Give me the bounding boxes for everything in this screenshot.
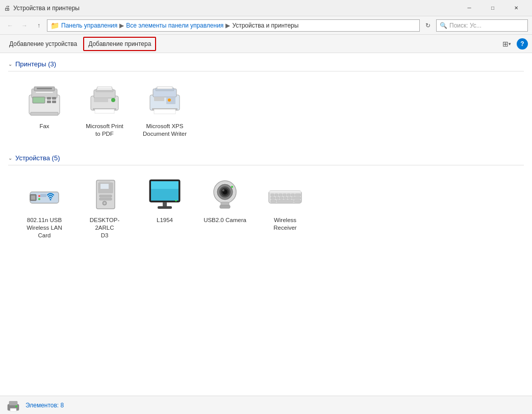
svg-rect-28: [154, 97, 164, 101]
webcam-icon: [207, 177, 243, 213]
svg-rect-3: [37, 88, 52, 89]
fax-icon: [26, 83, 63, 119]
svg-rect-58: [220, 205, 230, 208]
svg-rect-74: [292, 197, 300, 199]
svg-rect-23: [157, 87, 172, 89]
svg-rect-69: [271, 197, 275, 199]
svg-rect-63: [275, 194, 278, 196]
add-device-button[interactable]: Добавление устройства: [4, 37, 82, 51]
device-item-fax[interactable]: Fax: [16, 78, 72, 143]
svg-rect-39: [99, 198, 112, 200]
svg-rect-6: [52, 97, 56, 100]
svg-rect-72: [284, 197, 287, 199]
svg-rect-64: [279, 194, 282, 196]
device-item-monitor[interactable]: L1954: [137, 172, 193, 245]
svg-rect-42: [99, 181, 110, 182]
address-bar: ← → ↑ 📁 Панель управления ▶ Все элементы…: [0, 16, 532, 35]
device-label-usb-wifi: 802.11n USB Wireless LAN Card: [27, 216, 62, 239]
refresh-button[interactable]: ↻: [422, 19, 434, 32]
svg-rect-76: [277, 200, 293, 202]
add-printer-button[interactable]: Добавление принтера: [83, 37, 156, 51]
breadcrumb-current: Устройства и принтеры: [232, 22, 298, 29]
svg-rect-75: [271, 200, 276, 202]
up-button[interactable]: ↑: [33, 19, 45, 32]
title-bar-controls: ─ □ ✕: [458, 0, 528, 16]
back-button[interactable]: ←: [4, 19, 16, 32]
window-title: Устройства и принтеры: [13, 5, 80, 12]
devices-chevron-icon: ⌄: [8, 155, 12, 161]
svg-rect-71: [280, 197, 283, 199]
device-label-pdf: Microsoft Print to PDF: [86, 123, 123, 138]
svg-point-34: [50, 199, 52, 200]
device-label-wireless-receiver: Wireless Receiver: [262, 216, 308, 232]
app-icon: 🖨: [4, 5, 10, 12]
svg-point-33: [38, 198, 40, 200]
device-item-desktop[interactable]: DESKTOP-2ARLC D3: [77, 172, 133, 245]
status-count: Элементов: 8: [26, 402, 64, 409]
device-item-wireless-receiver[interactable]: Wireless Receiver: [257, 172, 313, 245]
path-folder-icon: 📁: [50, 21, 59, 30]
view-toggle-button[interactable]: ⊞ ▾: [499, 37, 514, 51]
close-button[interactable]: ✕: [504, 0, 528, 16]
device-item-xps[interactable]: Microsoft XPS Document Writer: [137, 78, 193, 143]
svg-rect-80: [10, 408, 16, 411]
svg-point-41: [104, 202, 106, 204]
svg-rect-48: [163, 202, 167, 206]
svg-rect-49: [158, 206, 172, 209]
svg-rect-67: [291, 194, 294, 196]
svg-rect-43: [100, 184, 109, 189]
device-item-webcam[interactable]: USB2.0 Camera: [197, 172, 253, 245]
svg-rect-5: [47, 97, 51, 100]
device-label-desktop: DESKTOP-2ARLC D3: [82, 216, 128, 239]
svg-point-59: [231, 186, 233, 188]
printers-chevron-icon: ⌄: [8, 61, 12, 67]
svg-rect-70: [276, 197, 279, 199]
breadcrumb-control-panel[interactable]: Панель управления: [61, 22, 117, 29]
svg-point-18: [111, 98, 115, 102]
svg-rect-35: [40, 194, 46, 197]
help-button[interactable]: ?: [517, 38, 528, 50]
svg-rect-68: [295, 194, 300, 196]
toolbar-right: ⊞ ▾ ?: [499, 37, 528, 51]
main-content: ⌄ Принтеры (3): [0, 53, 532, 396]
device-item-usb-wifi[interactable]: 802.11n USB Wireless LAN Card: [16, 172, 72, 245]
title-bar: 🖨 Устройства и принтеры ─ □ ✕: [0, 0, 532, 16]
devices-grid: 802.11n USB Wireless LAN Card: [8, 167, 524, 253]
xps-printer-icon: [146, 83, 183, 119]
svg-point-56: [222, 189, 224, 191]
svg-rect-66: [287, 194, 290, 196]
devices-section-title: Устройства (5): [15, 154, 60, 162]
maximize-button[interactable]: □: [481, 0, 504, 16]
breadcrumb-all-items[interactable]: Все элементы панели управления: [126, 22, 223, 29]
svg-rect-15: [97, 87, 112, 88]
view-arrow-icon: ▾: [509, 41, 511, 46]
search-placeholder: Поиск: Ус...: [449, 22, 482, 29]
printers-section-header[interactable]: ⌄ Принтеры (3): [8, 57, 524, 71]
search-box[interactable]: 🔍 Поиск: Ус...: [436, 19, 528, 32]
status-bar: Элементов: 8: [0, 396, 532, 414]
svg-point-81: [15, 405, 17, 407]
address-path[interactable]: 📁 Панель управления ▶ Все элементы панел…: [47, 19, 420, 32]
svg-rect-38: [99, 195, 112, 197]
svg-rect-17: [95, 109, 114, 113]
minimize-button[interactable]: ─: [458, 0, 481, 16]
printers-divider: [8, 71, 524, 71]
pdf-printer-icon: [86, 83, 123, 119]
devices-section-header[interactable]: ⌄ Устройства (5): [8, 151, 524, 165]
svg-rect-77: [294, 200, 300, 202]
device-item-pdf[interactable]: Microsoft Print to PDF: [77, 78, 133, 143]
svg-rect-47: [151, 181, 179, 189]
svg-rect-65: [283, 194, 286, 196]
search-icon: 🔍: [440, 22, 447, 29]
forward-button[interactable]: →: [18, 19, 31, 32]
svg-point-32: [38, 195, 40, 197]
toolbar: Добавление устройства Добавление принтер…: [0, 35, 532, 53]
desktop-icon: [86, 177, 123, 213]
devices-divider: [8, 165, 524, 165]
svg-rect-8: [52, 101, 56, 103]
wireless-receiver-icon: [267, 177, 303, 213]
svg-rect-25: [154, 109, 175, 114]
svg-rect-79: [9, 401, 17, 405]
breadcrumb-sep-1: ▶: [119, 22, 124, 29]
svg-point-27: [168, 99, 171, 102]
